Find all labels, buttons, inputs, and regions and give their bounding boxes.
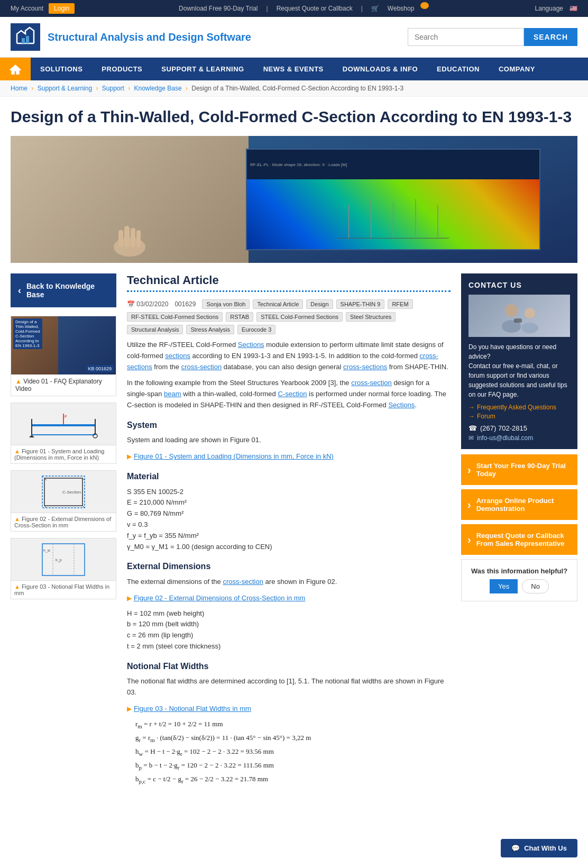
fig02-link[interactable]: ▶ Figure 02 - External Dimensions of Cro… [127,593,451,604]
fig01-link[interactable]: ▶ Figure 01 - System and Loading (Dimens… [127,451,451,462]
fig03-tri: ▶ [127,704,132,714]
ext-dim-title: External Dimensions [127,560,451,573]
cta-demo-label: Arrange Online Product Demonstration [476,497,571,513]
video-thumbnail[interactable]: ▶ KB 001629 Design of aThin-Walled,Cold-… [11,316,116,396]
breadcrumb-current: Design of a Thin-Walled, Cold-Formed C-S… [191,85,403,92]
helpful-no-button[interactable]: No [522,579,549,593]
svg-rect-6 [124,226,130,247]
main-content: Technical Article 📅 03/02/2020 001629 So… [127,273,451,790]
fig02-tri: ▶ [127,593,132,604]
dlubal-logo [14,26,37,48]
helpful-buttons: Yes No [469,579,569,593]
fig03-thumbnail[interactable]: b_p h_w ▲Figure 03 - Notional Flat Width… [11,538,116,599]
webshop-link[interactable]: Webshop [388,5,414,12]
nav-news[interactable]: NEWS & EVENTS [254,58,333,80]
dot-divider [127,290,451,292]
nav-solutions[interactable]: SOLUTIONS [31,58,92,80]
fig01-thumbnail[interactable]: F ▲Figure 01 - System and Loading (Dimen… [11,403,116,464]
nav-products[interactable]: PRODUCTS [92,58,152,80]
beam-link[interactable]: beam [164,390,181,398]
download-trial-link[interactable]: Download Free 90-Day Trial [179,5,258,12]
article-id: 001629 [174,300,196,308]
cross-section-db-link[interactable]: cross-section [181,363,222,371]
flag-icon: 🇺🇸 [569,5,577,12]
three-col-layout: ‹ Back to Knowledge Base ▶ KB 001629 Des… [11,273,577,790]
sections-link3[interactable]: Sections [388,401,415,409]
tag-type: Technical Article [253,299,303,309]
fig03-link[interactable]: ▶ Figure 03 - Notional Flat Widths in mm [127,703,451,715]
cross-sections-link2[interactable]: cross-sections [343,363,387,371]
article-title: Technical Article [127,273,451,287]
main-nav: SOLUTIONS PRODUCTS SUPPORT & LEARNING NE… [0,58,588,80]
nav-education[interactable]: EDUCATION [427,58,489,80]
contact-phone: ☎ (267) 702-2815 [468,424,570,432]
breadcrumb-support-learning[interactable]: Support & Learning [38,85,92,92]
request-quote-link[interactable]: Request Quote or Callback [277,5,353,12]
search-button[interactable]: SEARCH [524,28,577,46]
login-button[interactable]: Login [49,3,75,14]
back-kb-button[interactable]: ‹ Back to Knowledge Base [11,273,116,307]
ext-dim-text: The external dimensions of the cross-sec… [127,577,451,588]
logo-box [11,23,40,51]
sections-link1[interactable]: Sections [238,341,264,349]
fig01-tri: ▶ [127,452,132,462]
top-bar-left: My Account Login [11,3,75,14]
nav-company[interactable]: COMPANY [489,58,545,80]
fig01-image: F [11,403,116,445]
svg-text:b_p: b_p [56,558,62,562]
left-sidebar: ‹ Back to Knowledge Base ▶ KB 001629 Des… [11,273,116,790]
breadcrumb-home[interactable]: Home [11,85,27,92]
back-kb-label: Back to Knowledge Base [26,282,109,299]
helpful-yes-button[interactable]: Yes [490,579,518,593]
cta-trial-button[interactable]: › Start Your Free 90-Day Trial Today [461,454,577,485]
fig02-link-text[interactable]: Figure 02 - External Dimensions of Cross… [134,593,305,604]
video-thumb-image: ▶ KB 001629 Design of aThin-Walled,Cold-… [11,316,116,374]
tag-design: Design [306,299,333,309]
svg-point-39 [521,323,538,333]
math3: hw = H − t − 2·gr = 102 − 2 − 2 · 3.22 =… [135,745,451,759]
article-body: Utilize the RF-/STEEL Cold-Formed Sectio… [127,340,451,787]
search-input[interactable] [408,28,524,46]
tag-structural: Structural Analysis [127,325,183,334]
cta-trial-label: Start Your Free 90-Day Trial Today [476,462,571,478]
hero-screen-container: RF-EL-PL · Mode shape 28, direction: X ·… [209,136,577,263]
breadcrumb-support[interactable]: Support [102,85,124,92]
site-title: Structural Analysis and Design Software [48,31,251,43]
contact-email[interactable]: ✉ info-us@dlubal.com [468,434,570,442]
my-account-label: My Account [11,5,43,12]
cta-quote-button[interactable]: › Request Quote or Callback From Sales R… [461,524,577,555]
svg-rect-9 [118,230,123,247]
breadcrumb-sep1: › [31,85,33,92]
faq-link[interactable]: Frequently Asked Questions [468,404,570,411]
fig02-thumbnail[interactable]: C-Section ▲Figure 02 - External Dimensio… [11,470,116,532]
right-sidebar: CONTACT US Do you have questions or need… [461,273,577,790]
nav-downloads[interactable]: DOWNLOADS & INFO [333,58,427,80]
fig01-link-text[interactable]: Figure 01 - System and Loading (Dimensio… [134,451,334,462]
body-p1: Utilize the RF-/STEEL Cold-Formed Sectio… [127,340,451,372]
cta-demo-button[interactable]: › Arrange Online Product Demonstration [461,489,577,520]
structure-svg [247,194,539,249]
fig03-link-text[interactable]: Figure 03 - Notional Flat Widths in mm [134,703,251,715]
cross-section-link3[interactable]: cross-section [351,379,392,387]
math5: bp,c = c − t/2 − gr = 26 − 2/2 − 3.22 = … [135,773,451,787]
page-title: Design of a Thin-Walled, Cold-Formed C-S… [11,107,577,126]
sections-link2[interactable]: sections [165,352,190,360]
sep1: | [267,5,268,12]
math1: rm = r + t/2 = 10 + 2/2 = 11 mm [135,718,451,732]
phone-icon: ☎ [468,424,477,432]
svg-rect-7 [131,228,135,247]
nav-support[interactable]: SUPPORT & LEARNING [152,58,253,80]
c-section-link1[interactable]: C-section [278,390,307,398]
forum-link[interactable]: Forum [468,413,570,420]
nav-home[interactable] [0,58,31,80]
breadcrumb-kb[interactable]: Knowledge Base [134,85,182,92]
sep2: | [361,5,363,12]
system-text: System and loading are shown in Figure 0… [127,435,451,446]
fig03-svg: b_p h_w [26,541,100,578]
cross-section-link4[interactable]: cross-section [223,578,263,586]
svg-rect-17 [32,424,95,426]
tag-author: Sonja von Bloh [202,299,250,309]
tag-shape-thin: SHAPE-THIN 9 [336,299,385,309]
body-p2: In the following example from the Steel … [127,378,451,410]
svg-rect-3 [26,36,29,43]
